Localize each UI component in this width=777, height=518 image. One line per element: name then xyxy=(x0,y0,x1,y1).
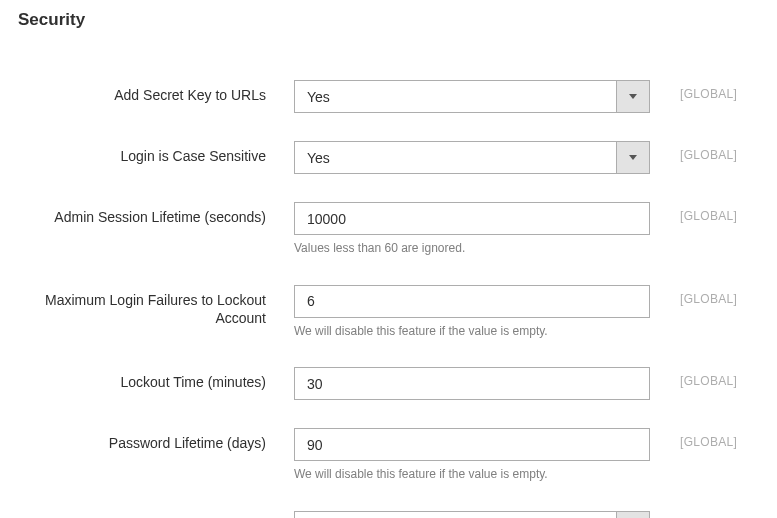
scope-password-lifetime: [GLOBAL] xyxy=(650,428,737,449)
field-secret-key: Add Secret Key to URLs Yes [GLOBAL] xyxy=(0,80,777,113)
field-password-lifetime: Password Lifetime (days) We will disable… xyxy=(0,428,777,483)
input-password-lifetime-wrap xyxy=(294,428,650,461)
chevron-down-icon[interactable] xyxy=(616,512,649,518)
label-secret-key: Add Secret Key to URLs xyxy=(0,80,294,104)
chevron-down-icon[interactable] xyxy=(616,142,649,173)
field-session-lifetime: Admin Session Lifetime (seconds) Values … xyxy=(0,202,777,257)
field-password-change: Password Change Forced [GLOBAL] xyxy=(0,511,777,518)
select-secret-key[interactable]: Yes xyxy=(294,80,650,113)
select-case-sensitive[interactable]: Yes xyxy=(294,141,650,174)
input-max-failures[interactable] xyxy=(295,286,649,317)
label-lockout-time: Lockout Time (minutes) xyxy=(0,367,294,391)
section-title: Security xyxy=(0,4,777,30)
scope-max-failures: [GLOBAL] xyxy=(650,285,737,306)
select-secret-key-value: Yes xyxy=(295,89,616,105)
chevron-down-icon[interactable] xyxy=(616,81,649,112)
label-max-failures: Maximum Login Failures to Lockout Accoun… xyxy=(0,285,294,327)
label-case-sensitive: Login is Case Sensitive xyxy=(0,141,294,165)
scope-lockout-time: [GLOBAL] xyxy=(650,367,737,388)
input-password-lifetime[interactable] xyxy=(295,429,649,460)
note-password-lifetime: We will disable this feature if the valu… xyxy=(294,467,650,483)
scope-session-lifetime: [GLOBAL] xyxy=(650,202,737,223)
field-lockout-time: Lockout Time (minutes) [GLOBAL] xyxy=(0,367,777,400)
note-session-lifetime: Values less than 60 are ignored. xyxy=(294,241,650,257)
input-session-lifetime[interactable] xyxy=(295,203,649,234)
field-case-sensitive: Login is Case Sensitive Yes [GLOBAL] xyxy=(0,141,777,174)
input-session-lifetime-wrap xyxy=(294,202,650,235)
select-password-change[interactable]: Forced xyxy=(294,511,650,518)
label-session-lifetime: Admin Session Lifetime (seconds) xyxy=(0,202,294,226)
security-form: Add Secret Key to URLs Yes [GLOBAL] Logi… xyxy=(0,30,777,518)
note-max-failures: We will disable this feature if the valu… xyxy=(294,324,650,340)
scope-case-sensitive: [GLOBAL] xyxy=(650,141,737,162)
scope-secret-key: [GLOBAL] xyxy=(650,80,737,101)
scope-password-change: [GLOBAL] xyxy=(650,511,737,518)
input-max-failures-wrap xyxy=(294,285,650,318)
select-case-sensitive-value: Yes xyxy=(295,150,616,166)
input-lockout-time-wrap xyxy=(294,367,650,400)
field-max-failures: Maximum Login Failures to Lockout Accoun… xyxy=(0,285,777,340)
input-lockout-time[interactable] xyxy=(295,368,649,399)
label-password-lifetime: Password Lifetime (days) xyxy=(0,428,294,452)
label-password-change: Password Change xyxy=(0,511,294,518)
